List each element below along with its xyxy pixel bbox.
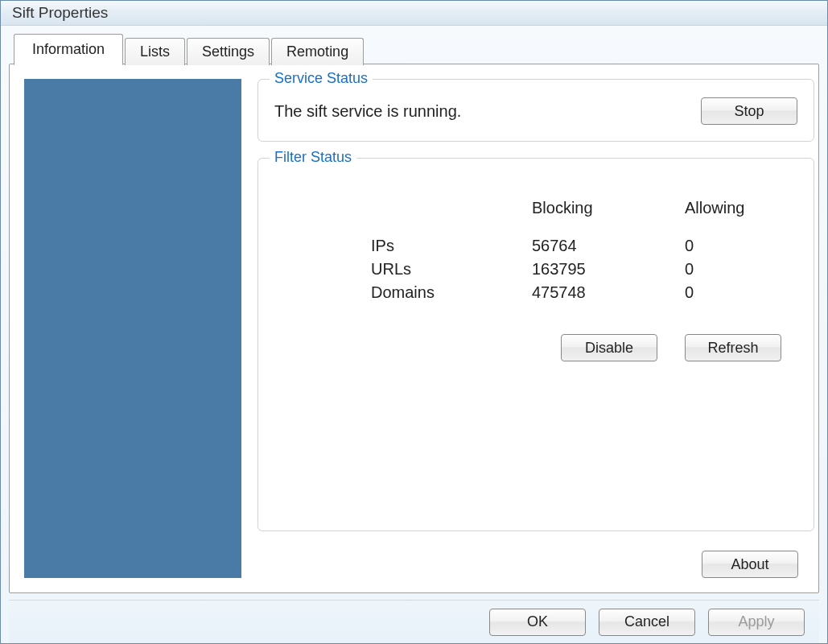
filter-row-urls: URLs 163795 0 [371,260,781,279]
service-status-row: The sift service is running. Stop [274,93,797,125]
tab-lists[interactable]: Lists [125,38,185,65]
window-title: Sift Properties [12,4,108,22]
info-right-column: Service Status The sift service is runni… [257,79,814,578]
allowing-header: Allowing [685,199,781,217]
blocking-header: Blocking [532,199,685,217]
tab-information[interactable]: Information [14,34,123,65]
urls-blocking: 163795 [532,260,685,279]
filter-table: Blocking Allowing IPs 56764 0 URLs 16379… [371,199,781,302]
filter-header-row: Blocking Allowing [371,199,781,217]
dialog-window: Sift Properties Information Lists Settin… [0,0,828,644]
about-button[interactable]: About [702,551,798,578]
ok-button[interactable]: OK [489,609,586,636]
apply-button[interactable]: Apply [708,609,805,636]
client-area: Information Lists Settings Remoting Serv… [1,26,827,643]
filter-status-title: Filter Status [270,149,356,166]
tab-settings[interactable]: Settings [187,38,270,65]
domains-label: Domains [371,283,532,302]
urls-label: URLs [371,260,532,279]
tab-strip: Information Lists Settings Remoting [14,35,819,64]
ips-blocking: 56764 [532,237,685,255]
ips-label: IPs [371,237,532,255]
service-status-title: Service Status [270,70,373,87]
filter-buttons-row: Disable Refresh [274,334,781,361]
service-status-group: Service Status The sift service is runni… [257,79,814,142]
ips-allowing: 0 [685,237,781,255]
filter-row-ips: IPs 56764 0 [371,237,781,255]
filter-row-domains: Domains 475748 0 [371,283,781,302]
disable-button[interactable]: Disable [561,334,657,361]
sidebar-banner [24,79,241,578]
domains-blocking: 475748 [532,283,685,302]
domains-allowing: 0 [685,283,781,302]
title-bar: Sift Properties [1,1,827,26]
service-status-message: The sift service is running. [274,102,461,121]
urls-allowing: 0 [685,260,781,279]
dialog-footer: OK Cancel Apply [9,600,819,643]
tab-remoting[interactable]: Remoting [271,38,364,65]
refresh-button[interactable]: Refresh [685,334,781,361]
tab-panel-information: Service Status The sift service is runni… [9,64,819,593]
cancel-button[interactable]: Cancel [599,609,695,636]
stop-button[interactable]: Stop [701,97,797,125]
filter-status-group: Filter Status Blocking Allowing IPs 5676… [257,158,814,531]
about-row: About [257,551,798,578]
